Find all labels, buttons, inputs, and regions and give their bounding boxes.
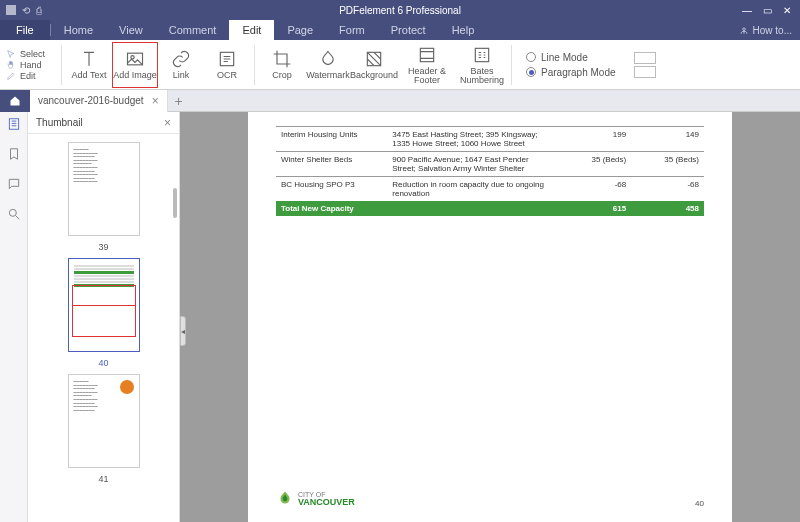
header-footer-button[interactable]: Header & Footer bbox=[397, 42, 457, 88]
paragraph-mode-radio[interactable]: Paragraph Mode bbox=[526, 67, 616, 78]
how-to-link[interactable]: How to... bbox=[739, 25, 792, 36]
close-tab-icon[interactable]: × bbox=[152, 94, 159, 108]
crop-button[interactable]: Crop bbox=[259, 42, 305, 88]
select-tool[interactable]: Select bbox=[6, 49, 45, 59]
thumbnail-number: 40 bbox=[98, 358, 108, 368]
add-image-button[interactable]: Add Image bbox=[112, 42, 158, 88]
thumbnail-page-40[interactable] bbox=[68, 258, 140, 352]
link-button[interactable]: Link bbox=[158, 42, 204, 88]
align-options[interactable] bbox=[634, 52, 656, 78]
thumbnail-icon[interactable] bbox=[6, 116, 22, 132]
document-area[interactable]: Interim Housing Units3475 East Hasting S… bbox=[180, 112, 800, 522]
svg-rect-5 bbox=[420, 48, 433, 61]
title-bar: ⟲ ⎙ PDFelement 6 Professional — ▭ ✕ bbox=[0, 0, 800, 20]
thumbnail-number: 41 bbox=[98, 474, 108, 484]
page-number: 40 bbox=[695, 499, 704, 508]
menu-bar: File Home View Comment Edit Page Form Pr… bbox=[0, 20, 800, 40]
document-tab[interactable]: vancouver-2016-budget × bbox=[30, 90, 168, 112]
app-icon bbox=[6, 5, 16, 15]
qat-print-icon[interactable]: ⎙ bbox=[36, 5, 42, 16]
menu-home[interactable]: Home bbox=[51, 20, 106, 40]
menu-view[interactable]: View bbox=[106, 20, 156, 40]
bates-button[interactable]: Bates Numbering bbox=[457, 42, 507, 88]
menu-file[interactable]: File bbox=[0, 20, 50, 40]
svg-point-2 bbox=[131, 56, 134, 59]
watermark-button[interactable]: Watermark bbox=[305, 42, 351, 88]
collapse-panel-button[interactable]: ◂ bbox=[180, 316, 186, 346]
bookmark-icon[interactable] bbox=[6, 146, 22, 162]
svg-rect-6 bbox=[475, 48, 488, 61]
thumbnail-scrollbar[interactable] bbox=[173, 188, 177, 218]
capacity-table: Interim Housing Units3475 East Hasting S… bbox=[276, 126, 704, 216]
qat-undo-icon[interactable]: ⟲ bbox=[22, 5, 30, 16]
svg-rect-7 bbox=[9, 119, 18, 130]
table-total-row: Total New Capacity 615458 bbox=[276, 201, 704, 216]
svg-point-8 bbox=[9, 209, 16, 216]
document-tab-bar: vancouver-2016-budget × + bbox=[0, 90, 800, 112]
comment-icon[interactable] bbox=[6, 176, 22, 192]
menu-form[interactable]: Form bbox=[326, 20, 378, 40]
edit-tool[interactable]: Edit bbox=[6, 71, 45, 81]
thumbnail-panel: Thumbnail × ▬▬▬▬▬▬▬▬▬▬▬▬▬▬▬▬▬▬▬▬▬▬▬▬▬▬▬▬… bbox=[28, 112, 180, 522]
ribbon: Select Hand Edit Add Text Add Image Link… bbox=[0, 40, 800, 90]
close-button[interactable]: ✕ bbox=[778, 3, 796, 17]
menu-page[interactable]: Page bbox=[274, 20, 326, 40]
city-logo: CITY OFVANCOUVER bbox=[276, 490, 355, 508]
document-tab-label: vancouver-2016-budget bbox=[38, 95, 144, 106]
menu-protect[interactable]: Protect bbox=[378, 20, 439, 40]
maximize-button[interactable]: ▭ bbox=[758, 3, 776, 17]
close-panel-icon[interactable]: × bbox=[164, 116, 171, 130]
search-icon[interactable] bbox=[6, 206, 22, 222]
page-content: Interim Housing Units3475 East Hasting S… bbox=[248, 112, 732, 522]
thumbnail-number: 39 bbox=[98, 242, 108, 252]
thumbnail-page-39[interactable]: ▬▬▬▬▬▬▬▬▬▬▬▬▬▬▬▬▬▬▬▬▬▬▬▬▬▬▬▬▬▬▬▬▬▬▬▬▬▬▬▬… bbox=[68, 142, 140, 236]
hand-tool[interactable]: Hand bbox=[6, 60, 45, 70]
menu-edit[interactable]: Edit bbox=[229, 20, 274, 40]
minimize-button[interactable]: — bbox=[738, 3, 756, 17]
thumbnail-page-41[interactable]: ▬▬▬▬▬▬▬▬▬▬▬▬▬▬▬▬▬▬▬▬▬▬▬▬▬▬▬▬▬▬▬▬▬▬▬▬▬▬▬▬… bbox=[68, 374, 140, 468]
table-row: BC Housing SPO P3Reduction in room capac… bbox=[276, 177, 704, 202]
thumbnail-panel-title: Thumbnail bbox=[36, 117, 83, 128]
home-tab-button[interactable] bbox=[0, 90, 30, 112]
table-row: Interim Housing Units3475 East Hasting S… bbox=[276, 127, 704, 152]
menu-help[interactable]: Help bbox=[439, 20, 488, 40]
menu-comment[interactable]: Comment bbox=[156, 20, 230, 40]
new-tab-button[interactable]: + bbox=[168, 93, 190, 109]
line-mode-radio[interactable]: Line Mode bbox=[526, 52, 616, 63]
side-rail bbox=[0, 112, 28, 522]
ocr-button[interactable]: OCR bbox=[204, 42, 250, 88]
window-title: PDFelement 6 Professional bbox=[339, 5, 461, 16]
svg-point-0 bbox=[742, 28, 745, 31]
background-button[interactable]: Background bbox=[351, 42, 397, 88]
add-text-button[interactable]: Add Text bbox=[66, 42, 112, 88]
table-row: Winter Shelter Beds900 Pacific Avenue; 1… bbox=[276, 152, 704, 177]
